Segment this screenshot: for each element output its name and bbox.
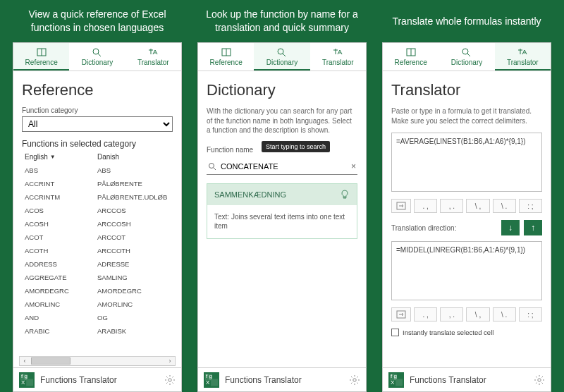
table-row[interactable]: ABSABS: [22, 164, 173, 177]
tab-translator[interactable]: Translator: [310, 43, 366, 71]
table-row[interactable]: ACCRINTMPÅLØBRENTE.UDLØB: [22, 190, 173, 204]
tab-dictionary[interactable]: Dictionary: [439, 43, 494, 71]
tab-translator-label: Translator: [507, 59, 539, 66]
tab-dictionary-label: Dictionary: [82, 59, 113, 66]
scroll-thumb[interactable]: [31, 357, 70, 365]
instant-translate-row[interactable]: Instantly translate selected cell: [391, 329, 542, 336]
svg-point-2: [93, 49, 99, 54]
pane-footer: f gX Functions Translator: [198, 367, 366, 391]
tabs: Reference Dictionary Translator: [198, 43, 366, 71]
pane-reference: Reference Dictionary Translator Referenc…: [13, 42, 182, 392]
tab-translator-label: Translator: [322, 59, 354, 66]
svg-point-9: [209, 163, 214, 168]
sort-caret-icon: ▼: [50, 154, 56, 160]
settings-icon[interactable]: [534, 374, 545, 386]
pane-dictionary: Reference Dictionary Translator Dictiona…: [197, 42, 367, 392]
reference-icon: [405, 47, 417, 57]
col-danish[interactable]: Danish: [97, 153, 170, 161]
search-tooltip: Start typing to search: [262, 141, 330, 152]
delimiter-button[interactable]: \ ,: [466, 199, 489, 213]
svg-line-15: [467, 54, 470, 56]
table-row[interactable]: ACOSARCCOS: [22, 204, 173, 217]
table-row[interactable]: AMORDEGRCAMORDEGRC: [22, 284, 173, 298]
tab-reference-label: Reference: [25, 59, 58, 66]
direction-label: Translation direction:: [391, 224, 497, 232]
col-english[interactable]: English ▼: [25, 153, 97, 161]
search-result[interactable]: SAMMENKÆDNING Text: Joins several text i…: [207, 183, 357, 239]
page-title: Dictionary: [207, 81, 357, 99]
checkbox-label: Instantly translate selected cell: [403, 329, 494, 336]
delimiter-button[interactable]: , .: [440, 199, 463, 213]
function-search-input[interactable]: [221, 162, 347, 171]
checkbox-icon[interactable]: [391, 329, 399, 336]
horizontal-scrollbar[interactable]: ‹ ›: [19, 356, 176, 366]
fx-logo-icon: f gX: [204, 372, 219, 388]
tabs: Reference Dictionary Translator: [13, 43, 181, 71]
table-row[interactable]: ARABICARABISK: [22, 324, 173, 338]
tab-translator-label: Translator: [137, 59, 169, 66]
table-row[interactable]: AGGREGATESAMLING: [22, 271, 173, 284]
fx-logo-icon: f gX: [19, 372, 35, 388]
table-row[interactable]: ACOTARCCOT: [22, 231, 173, 244]
delimiter-button[interactable]: \ .: [493, 307, 516, 321]
delimiter-button[interactable]: : ;: [519, 199, 542, 213]
list-heading: Functions in selected category: [22, 139, 173, 149]
svg-point-4: [168, 378, 171, 381]
fx-logo-icon: f gX: [388, 372, 404, 388]
caption-reference: View a quick reference of Excel function…: [8, 7, 186, 35]
delimiter-row-top: . , , . \ , \ . : ;: [391, 199, 542, 213]
footer-title: Functions Translator: [410, 375, 528, 385]
clear-icon[interactable]: ×: [351, 161, 356, 171]
translator-icon: [517, 47, 528, 57]
scroll-right-icon[interactable]: ›: [165, 357, 175, 365]
send-to-cell-button[interactable]: [391, 307, 411, 321]
tab-reference-label: Reference: [395, 59, 427, 66]
tab-translator[interactable]: Translator: [495, 43, 551, 71]
translator-icon: [332, 47, 343, 57]
svg-line-8: [283, 54, 286, 56]
lightbulb-icon: [340, 190, 350, 200]
translate-up-button[interactable]: ↑: [524, 220, 542, 235]
delimiter-button[interactable]: \ .: [493, 199, 516, 213]
result-name: SAMMENKÆDNING: [214, 190, 286, 199]
delimiter-button[interactable]: , .: [440, 307, 463, 321]
dictionary-description: With the dictionary you can search for a…: [207, 106, 357, 135]
caption-translator: Translate whole formulas instantly: [392, 7, 541, 35]
tab-dictionary[interactable]: Dictionary: [254, 43, 309, 71]
settings-icon[interactable]: [164, 374, 176, 386]
category-label: Function category: [22, 106, 173, 114]
settings-icon[interactable]: [349, 374, 360, 386]
tab-translator[interactable]: Translator: [125, 43, 181, 71]
tab-reference[interactable]: Reference: [198, 43, 254, 71]
tab-dictionary-label: Dictionary: [266, 59, 298, 66]
tab-reference[interactable]: Reference: [13, 43, 69, 71]
caption-dictionary: Look up the function by name for a trans…: [193, 7, 371, 35]
delimiter-button[interactable]: . ,: [414, 199, 437, 213]
send-to-cell-button[interactable]: [391, 199, 411, 213]
table-row[interactable]: ACCRINTPÅLØBRENTE: [22, 177, 173, 190]
formula-input[interactable]: =AVERAGE(LINEST(B1:B6,A1:A6)*{9,1}): [391, 133, 542, 192]
formula-output[interactable]: =MIDDEL(LINREGR(B1:B6,A1:A6)*{9,1}): [391, 241, 542, 300]
svg-point-7: [278, 49, 283, 54]
delimiter-button[interactable]: : ;: [519, 307, 542, 321]
table-row[interactable]: AMORLINCAMORLINC: [22, 298, 173, 311]
footer-title: Functions Translator: [225, 375, 343, 385]
table-row[interactable]: ACOTHARCCOTH: [22, 244, 173, 257]
delimiter-button[interactable]: \ ,: [466, 307, 489, 321]
svg-line-10: [214, 168, 216, 170]
category-select[interactable]: All: [22, 116, 173, 132]
function-list: ABSABS ACCRINTPÅLØBRENTE ACCRINTMPÅLØBRE…: [22, 164, 173, 338]
pane-footer: f gX Functions Translator: [13, 367, 181, 391]
table-row[interactable]: ANDOG: [22, 311, 173, 324]
delimiter-row-bottom: . , , . \ , \ . : ;: [391, 307, 542, 321]
table-row[interactable]: ACOSHARCCOSH: [22, 217, 173, 231]
translate-down-button[interactable]: ↓: [501, 220, 520, 235]
tab-dictionary[interactable]: Dictionary: [69, 43, 125, 71]
tab-reference[interactable]: Reference: [383, 43, 439, 71]
result-description: Text: Joins several text items into one …: [207, 205, 357, 238]
table-row[interactable]: ADDRESSADRESSE: [22, 257, 173, 271]
reference-icon: [221, 47, 232, 57]
scroll-left-icon[interactable]: ‹: [20, 357, 30, 365]
function-name-label: Function name: [207, 146, 253, 154]
delimiter-button[interactable]: . ,: [414, 307, 437, 321]
